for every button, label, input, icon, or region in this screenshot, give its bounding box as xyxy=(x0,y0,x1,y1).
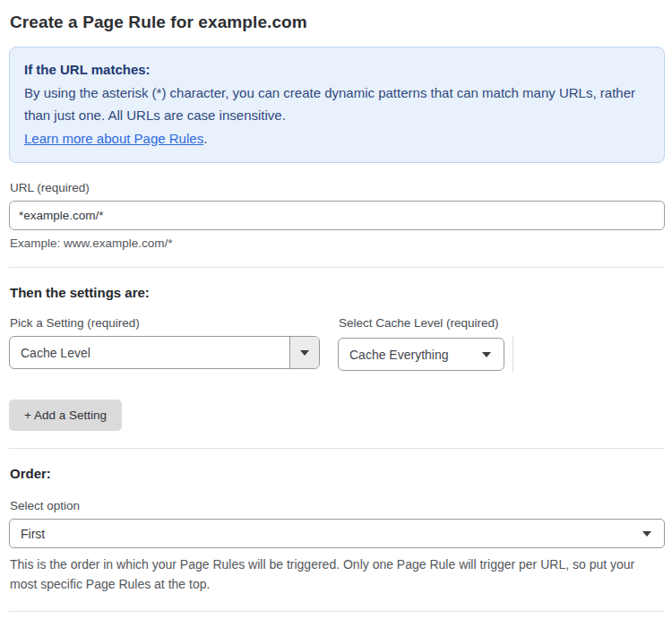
info-box-link-line: Learn more about Page Rules. xyxy=(24,127,650,150)
settings-heading: Then the settings are: xyxy=(10,285,665,300)
url-matches-info-box: If the URL matches: By using the asteris… xyxy=(9,47,665,163)
info-box-heading: If the URL matches: xyxy=(24,58,650,82)
url-example-text: Example: www.example.com/* xyxy=(10,236,665,250)
chevron-down-icon xyxy=(642,531,651,537)
chevron-down-icon xyxy=(482,352,491,357)
setting-select-value: Cache Level xyxy=(10,337,289,368)
section-divider xyxy=(9,611,665,612)
link-period: . xyxy=(203,131,207,146)
cache-level-select-label: Select Cache Level (required) xyxy=(339,316,513,330)
setting-select[interactable]: Cache Level xyxy=(9,336,320,369)
setting-select-arrow-button[interactable] xyxy=(289,337,319,368)
page-title: Create a Page Rule for example.com xyxy=(10,13,665,32)
chevron-down-icon xyxy=(300,350,309,356)
section-divider xyxy=(9,267,665,268)
order-help-text: This is the order in which your Page Rul… xyxy=(10,555,659,594)
url-input[interactable] xyxy=(9,201,665,230)
order-arrow-wrap xyxy=(635,520,664,547)
order-select-value: First xyxy=(10,520,635,547)
settings-row: Pick a Setting (required) Cache Level Se… xyxy=(9,316,665,373)
setting-vertical-divider xyxy=(513,336,513,373)
url-field-label: URL (required) xyxy=(10,181,665,194)
setting-field: Pick a Setting (required) Cache Level xyxy=(9,316,320,373)
setting-select-label: Pick a Setting (required) xyxy=(10,316,320,330)
order-select-label: Select option xyxy=(10,499,665,512)
cache-level-select-value: Cache Everything xyxy=(339,339,475,370)
learn-more-link[interactable]: Learn more about Page Rules xyxy=(24,131,203,146)
cache-level-select-wrap: Cache Everything xyxy=(338,336,513,373)
cache-level-select[interactable]: Cache Everything xyxy=(338,338,504,371)
add-setting-button[interactable]: + Add a Setting xyxy=(9,400,122,431)
info-box-body: By using the asterisk (*) character, you… xyxy=(24,82,650,127)
section-divider xyxy=(9,448,665,449)
cache-level-arrow-wrap xyxy=(475,339,504,370)
cache-level-field: Select Cache Level (required) Cache Ever… xyxy=(338,316,513,373)
order-select[interactable]: First xyxy=(9,519,665,548)
order-heading: Order: xyxy=(10,466,665,481)
